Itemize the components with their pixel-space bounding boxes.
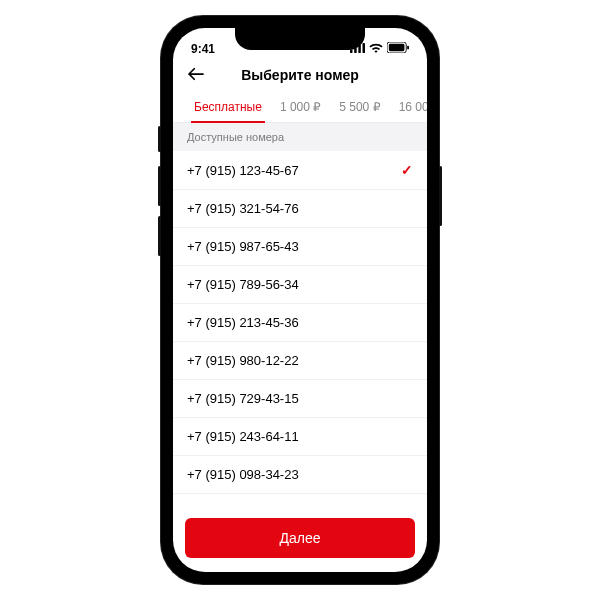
number-row[interactable]: +7 (915) 243-64-11 (173, 418, 427, 456)
phone-number: +7 (915) 243-64-11 (187, 429, 299, 444)
notch (235, 28, 365, 50)
number-row[interactable]: +7 (915) 729-43-15 (173, 380, 427, 418)
tab-0[interactable]: Бесплатные (185, 94, 271, 122)
phone-number: +7 (915) 098-34-23 (187, 467, 299, 482)
svg-rect-6 (407, 46, 409, 50)
phone-number: +7 (915) 980-12-22 (187, 353, 299, 368)
page-title: Выберите номер (187, 67, 413, 83)
screen: 9:41 Выберите номер Бесплатные1 000 ₽5 5… (173, 28, 427, 572)
number-row[interactable]: +7 (915) 234-24-34 (173, 494, 427, 508)
number-row[interactable]: +7 (915) 213-45-36 (173, 304, 427, 342)
phone-number: +7 (915) 123-45-67 (187, 163, 299, 178)
footer: Далее (173, 508, 427, 572)
phone-number: +7 (915) 789-56-34 (187, 277, 299, 292)
phone-frame: 9:41 Выберите номер Бесплатные1 000 ₽5 5… (161, 16, 439, 584)
phone-number: +7 (915) 213-45-36 (187, 315, 299, 330)
number-row[interactable]: +7 (915) 321-54-76 (173, 190, 427, 228)
number-row[interactable]: +7 (915) 987-65-43 (173, 228, 427, 266)
phone-number: +7 (915) 729-43-15 (187, 391, 299, 406)
number-row[interactable]: +7 (915) 789-56-34 (173, 266, 427, 304)
check-icon: ✓ (401, 162, 413, 178)
phone-number: +7 (915) 321-54-76 (187, 201, 299, 216)
number-row[interactable]: +7 (915) 980-12-22 (173, 342, 427, 380)
tab-3[interactable]: 16 000 ₽ (390, 94, 427, 122)
svg-rect-0 (350, 50, 353, 53)
svg-rect-3 (363, 43, 366, 53)
number-row[interactable]: +7 (915) 123-45-67✓ (173, 151, 427, 190)
numbers-list[interactable]: +7 (915) 123-45-67✓+7 (915) 321-54-76+7 … (173, 151, 427, 508)
section-label: Доступные номера (173, 123, 427, 151)
battery-icon (387, 42, 409, 56)
tab-1[interactable]: 1 000 ₽ (271, 94, 330, 122)
header: Выберите номер (173, 58, 427, 94)
next-button[interactable]: Далее (185, 518, 415, 558)
status-time: 9:41 (191, 42, 215, 56)
wifi-icon (369, 42, 383, 56)
number-row[interactable]: +7 (915) 098-34-23 (173, 456, 427, 494)
svg-rect-5 (389, 44, 405, 51)
price-tabs: Бесплатные1 000 ₽5 500 ₽16 000 ₽ (173, 94, 427, 123)
phone-number: +7 (915) 987-65-43 (187, 239, 299, 254)
tab-2[interactable]: 5 500 ₽ (330, 94, 389, 122)
